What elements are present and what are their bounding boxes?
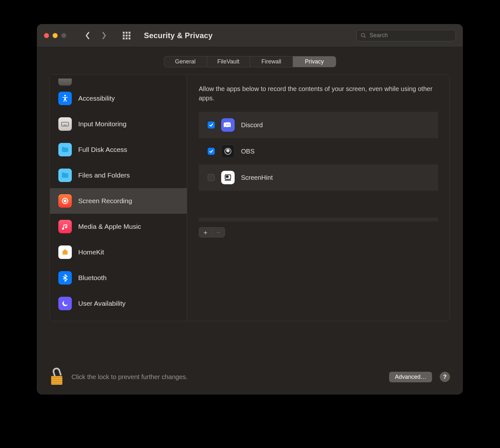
sidebar-item-label: Bluetooth (78, 274, 107, 282)
music-icon (58, 220, 72, 233)
app-row[interactable]: ScreenHint (199, 164, 438, 191)
screenhint-icon (221, 171, 235, 184)
tab-bar: General FileVault Firewall Privacy (164, 56, 336, 67)
sidebar-item-files-and-folders[interactable]: Files and Folders (50, 162, 187, 188)
sidebar-item-label: Full Disk Access (78, 146, 127, 153)
nav-buttons (83, 31, 109, 40)
show-all-button[interactable] (123, 32, 130, 39)
svg-point-0 (361, 33, 365, 37)
tab-filevault[interactable]: FileVault (207, 56, 250, 67)
close-window-button[interactable] (44, 33, 49, 38)
sidebar-item-full-disk-access[interactable]: Full Disk Access (50, 137, 187, 162)
sidebar-item-input-monitoring[interactable]: Input Monitoring (50, 111, 187, 137)
sidebar-item-screen-recording[interactable]: Screen Recording (50, 188, 187, 214)
forward-button[interactable] (100, 31, 109, 40)
svg-line-1 (364, 36, 366, 38)
sidebar-item-bluetooth[interactable]: Bluetooth (50, 265, 187, 291)
app-checkbox[interactable] (208, 148, 215, 155)
folder-icon (58, 143, 72, 156)
accessibility-icon (58, 92, 72, 105)
sidebar-item-label: Screen Recording (78, 197, 132, 205)
tab-firewall[interactable]: Firewall (250, 56, 293, 67)
app-permission-list[interactable]: Discord OBS (199, 112, 438, 191)
lock-button[interactable] (50, 369, 64, 385)
keyboard-icon (58, 117, 72, 131)
search-input[interactable] (370, 32, 452, 39)
sidebar-item-label: User Availability (78, 300, 126, 307)
window-body: General FileVault Firewall Privacy Acces… (37, 47, 463, 321)
svg-point-2 (64, 95, 66, 96)
add-app-button[interactable]: ＋ (199, 228, 212, 237)
folder-icon (58, 169, 72, 182)
remove-app-button[interactable]: − (212, 228, 225, 237)
record-icon (58, 194, 72, 208)
add-remove-control: ＋ − (199, 227, 225, 237)
search-field[interactable] (356, 30, 456, 41)
window-title: Security & Privacy (144, 31, 213, 40)
discord-icon (221, 118, 235, 132)
privacy-category-list[interactable]: Accessibility Input Monitoring Full Disk… (50, 75, 187, 321)
sidebar-item-label: Media & Apple Music (78, 223, 141, 230)
help-button[interactable]: ? (440, 372, 450, 382)
sidebar-item-label: Files and Folders (78, 171, 130, 179)
app-checkbox[interactable] (208, 121, 215, 129)
footer: Click the lock to prevent further change… (37, 359, 463, 394)
obs-icon (221, 145, 235, 158)
privacy-panel: Accessibility Input Monitoring Full Disk… (50, 74, 450, 321)
sidebar-item-accessibility[interactable]: Accessibility (50, 86, 187, 111)
chevron-right-icon (102, 32, 107, 39)
privacy-detail-pane: Allow the apps below to record the conte… (187, 75, 450, 321)
minimize-window-button[interactable] (53, 33, 58, 38)
svg-point-11 (64, 200, 66, 202)
app-row[interactable]: OBS (199, 138, 438, 164)
app-checkbox[interactable] (208, 174, 215, 181)
search-icon (361, 33, 366, 38)
tab-general[interactable]: General (164, 56, 207, 67)
moon-icon (58, 297, 72, 310)
chevron-left-icon (85, 32, 90, 39)
list-scroll-track (199, 218, 438, 221)
svg-rect-14 (226, 176, 229, 178)
sidebar-item-clipped (50, 76, 187, 86)
preferences-window: Security & Privacy General FileVault Fir… (37, 24, 463, 394)
tab-privacy[interactable]: Privacy (293, 56, 336, 67)
back-button[interactable] (83, 31, 92, 40)
sidebar-item-label: HomeKit (78, 248, 104, 256)
app-name-label: OBS (241, 148, 254, 155)
svg-rect-3 (62, 122, 69, 126)
zoom-window-button[interactable] (61, 33, 66, 38)
home-icon (58, 245, 72, 259)
app-name-label: Discord (241, 121, 263, 129)
sidebar-item-label: Input Monitoring (78, 120, 127, 128)
sidebar-item-user-availability[interactable]: User Availability (50, 291, 187, 316)
sidebar-item-homekit[interactable]: HomeKit (50, 239, 187, 265)
app-name-label: ScreenHint (241, 174, 273, 181)
app-row[interactable]: Discord (199, 112, 438, 138)
titlebar: Security & Privacy (37, 24, 463, 47)
bluetooth-icon (58, 271, 72, 285)
sidebar-item-media-apple-music[interactable]: Media & Apple Music (50, 214, 187, 239)
sidebar-item-label: Accessibility (78, 95, 115, 102)
advanced-button[interactable]: Advanced… (389, 372, 432, 382)
window-controls (44, 33, 66, 38)
pane-description: Allow the apps below to record the conte… (199, 84, 438, 103)
lock-hint-label: Click the lock to prevent further change… (71, 373, 188, 381)
